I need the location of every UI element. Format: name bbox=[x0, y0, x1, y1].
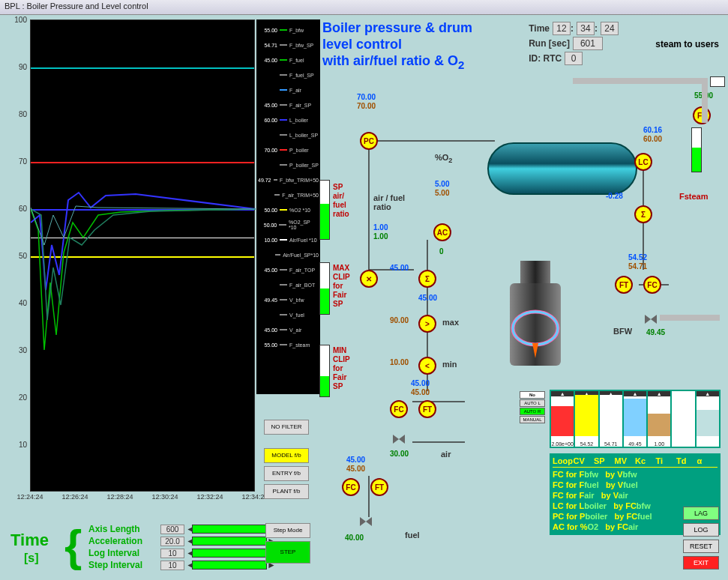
time-ctrl-slider[interactable] bbox=[192, 561, 267, 570]
xtick: 12:26:24 bbox=[61, 493, 88, 501]
reset-button[interactable]: RESET bbox=[683, 540, 719, 553]
run-label: Run [sec] bbox=[529, 38, 570, 49]
steam-pipe bbox=[573, 78, 708, 84]
xtick: 12:24:24 bbox=[16, 493, 43, 501]
min-selector: < bbox=[418, 357, 436, 375]
max-in: 90.00 bbox=[390, 316, 409, 324]
exit-button[interactable]: EXIT bbox=[683, 556, 719, 570]
legend-row: 60.00L_boiler bbox=[258, 112, 319, 127]
chart-legend: 55.00F_bfw54.71F_bfw_SP45.00F_fuelF_fuel… bbox=[256, 19, 320, 394]
loop-bar[interactable]: ▲49.45 bbox=[624, 391, 646, 447]
model-fb-button[interactable]: MODEL f/b bbox=[264, 448, 309, 463]
id-label: ID: RTC bbox=[529, 53, 562, 64]
time-ctrl-value[interactable]: 10 bbox=[160, 549, 184, 558]
ft-fuel: FT bbox=[370, 478, 388, 496]
max-label: max bbox=[442, 318, 459, 327]
run-value: 601 bbox=[573, 37, 603, 50]
steam-bar bbox=[691, 127, 702, 172]
ytick: 70 bbox=[19, 157, 27, 166]
loop-row[interactable]: FC for Ffuel by Vfuel bbox=[553, 480, 718, 490]
sp-ratio-label: SP air/ fuel ratio bbox=[333, 183, 349, 219]
legend-row: 50.00%O2 *10 bbox=[258, 202, 319, 217]
log-button[interactable]: LOG bbox=[683, 523, 719, 537]
time-hh: 12 bbox=[553, 22, 571, 35]
legend-row: F_air_TRIM+50 bbox=[258, 187, 319, 202]
fc-air-sp: 45.00 bbox=[411, 379, 430, 387]
ac-controller[interactable]: AC bbox=[433, 223, 451, 241]
auto-l-button[interactable]: AUTO L bbox=[520, 399, 545, 407]
step-mode-button[interactable]: Step Mode bbox=[265, 523, 310, 538]
legend-row: F_fuel_SP bbox=[258, 67, 319, 82]
pc-sp-value: 70.00 bbox=[357, 93, 376, 101]
o2-sp: 5.00 bbox=[435, 180, 449, 188]
legend-row: F_air bbox=[258, 82, 319, 97]
lc-controller[interactable]: LC bbox=[634, 153, 652, 171]
fuel-label: fuel bbox=[405, 531, 420, 540]
loop-bar[interactable]: ▲ bbox=[672, 391, 694, 447]
air-fuel-label: air / fuel ratio bbox=[373, 193, 405, 211]
fuel-valve-out: 40.00 bbox=[345, 534, 364, 542]
legend-row: 55.00F_bfw bbox=[258, 22, 319, 37]
time-ctrl-slider[interactable] bbox=[192, 537, 267, 546]
max-selector: > bbox=[418, 315, 436, 333]
ft-bfw: FT bbox=[615, 276, 633, 294]
manual-button[interactable]: MANUAL bbox=[520, 416, 545, 423]
time-ctrl-row: Axis Length600◄► bbox=[88, 523, 273, 535]
time-label: Time bbox=[529, 23, 550, 34]
loop-bar[interactable]: ▲2.08e+00 bbox=[551, 391, 574, 447]
legend-row: P_boiler_SP bbox=[258, 157, 319, 172]
ytick: 100 bbox=[14, 16, 27, 24]
bfw-out: 49.45 bbox=[646, 328, 665, 336]
time-ss: 24 bbox=[601, 22, 619, 35]
mode-buttons: No AUTO L AUTO R MANUAL bbox=[520, 391, 545, 424]
legend-row: Air/Fuel_SP*10 bbox=[258, 247, 319, 262]
xtick: 12:30:24 bbox=[151, 493, 178, 501]
time-unit-label: [s] bbox=[24, 552, 39, 565]
lc-sp: 60.00 bbox=[643, 135, 662, 143]
lag-button[interactable]: LAG bbox=[683, 507, 719, 520]
af-sp: 1.00 bbox=[373, 223, 388, 232]
bfw-label: BFW bbox=[613, 327, 632, 336]
loop-row[interactable]: FC for Fair by Vair bbox=[553, 490, 718, 501]
auto-r-button[interactable]: AUTO R bbox=[520, 408, 545, 415]
svg-point-1 bbox=[513, 312, 558, 345]
loop-bar[interactable]: ▲54.71 bbox=[600, 391, 622, 447]
bfw-valve-icon bbox=[645, 315, 657, 324]
step-button[interactable]: STEP bbox=[265, 541, 310, 564]
xtick: 12:28:24 bbox=[106, 493, 133, 501]
legend-row: 49.72F_bfw_TRIM+50 bbox=[258, 172, 319, 187]
time-ctrl-value[interactable]: 600 bbox=[160, 525, 184, 534]
fc-fuel[interactable]: FC bbox=[342, 478, 360, 496]
mult-in: 45.00 bbox=[390, 264, 409, 272]
legend-row: 45.00F_fuel bbox=[258, 52, 319, 67]
legend-row: 49.45V_bfw bbox=[258, 292, 319, 307]
legend-row: 54.71F_bfw_SP bbox=[258, 37, 319, 52]
legend-row: 55.00F_steam bbox=[258, 337, 319, 352]
pc-controller[interactable]: PC bbox=[360, 132, 378, 150]
plant-fb-button[interactable]: PLANT f/b bbox=[264, 484, 309, 499]
brace-icon: { bbox=[64, 525, 82, 568]
time-ctrl-slider[interactable] bbox=[192, 549, 267, 558]
fc-air[interactable]: FC bbox=[390, 400, 408, 418]
fc-bfw-pv: 54.71 bbox=[628, 262, 647, 271]
loop-bar[interactable]: ▲ bbox=[697, 391, 719, 447]
time-ctrl-slider[interactable] bbox=[192, 525, 267, 534]
sp-ratio-bar bbox=[319, 180, 330, 240]
max-clip-bar bbox=[319, 262, 330, 315]
no-filter-button[interactable]: NO FILTER bbox=[264, 420, 309, 435]
time-ctrl-value[interactable]: 20.0 bbox=[160, 537, 184, 546]
entry-fb-button[interactable]: ENTRY f/b bbox=[264, 466, 309, 481]
legend-row: 45.00V_air bbox=[258, 322, 319, 337]
multiply-node: ✕ bbox=[360, 270, 378, 288]
time-ctrl-value[interactable]: 10 bbox=[160, 561, 184, 570]
ytick: 50 bbox=[19, 252, 27, 260]
ytick: 20 bbox=[19, 393, 27, 402]
fc-bfw[interactable]: FC bbox=[643, 276, 661, 294]
loop-bar[interactable]: ▲54.52 bbox=[575, 391, 598, 447]
flame-icon bbox=[505, 306, 565, 366]
lc-pv: 60.16 bbox=[643, 126, 662, 134]
loop-row[interactable]: FC for Fbfw by Vbfw bbox=[553, 469, 718, 480]
loop-bar[interactable]: ▲1.00 bbox=[648, 391, 670, 447]
fc-fuel-pv: 45.00 bbox=[346, 465, 365, 473]
air-label: air bbox=[441, 450, 451, 459]
